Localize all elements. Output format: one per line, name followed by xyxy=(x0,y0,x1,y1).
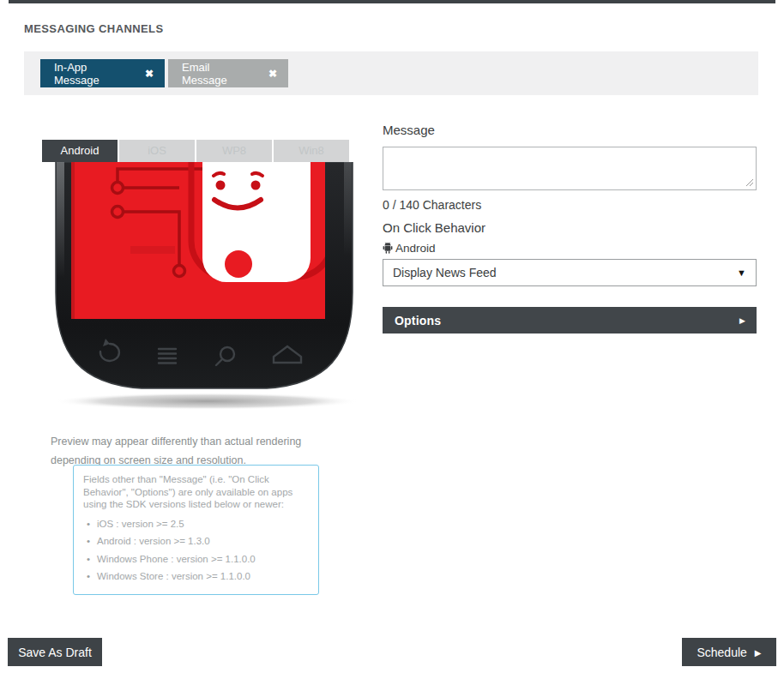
selected-option: Display News Feed xyxy=(393,266,497,279)
message-input-wrap xyxy=(383,147,757,190)
phone-preview-illustration xyxy=(49,162,359,415)
tab-label: Email Message xyxy=(182,61,256,87)
close-icon[interactable]: ✖ xyxy=(145,68,154,80)
message-label: Message xyxy=(383,123,435,137)
options-label: Options xyxy=(395,314,441,327)
schedule-button[interactable]: Schedule ▶ xyxy=(682,638,776,666)
platform-row-android: Android xyxy=(383,241,436,255)
list-item: Windows Phone : version >= 1.1.0.0 xyxy=(97,554,310,565)
message-input[interactable] xyxy=(383,147,757,190)
save-as-draft-label: Save As Draft xyxy=(18,646,92,659)
platform-label: Android xyxy=(395,242,436,255)
device-tab-win8[interactable]: Win8 xyxy=(274,140,349,162)
sdk-note-intro: Fields other than "Message" (i.e. "On Cl… xyxy=(83,474,292,509)
on-click-behavior-select[interactable]: Display News Feed ▼ xyxy=(383,259,757,286)
save-as-draft-button[interactable]: Save As Draft xyxy=(8,638,102,666)
page-title: MESSAGING CHANNELS xyxy=(24,22,164,35)
device-tab-ios[interactable]: iOS xyxy=(119,140,195,162)
schedule-label: Schedule xyxy=(697,646,746,659)
caret-down-icon: ▼ xyxy=(737,267,746,278)
tab-label: In-App Message xyxy=(54,61,133,87)
list-item: Windows Store : version >= 1.1.0.0 xyxy=(97,571,310,582)
device-tab-wp8[interactable]: WP8 xyxy=(196,140,272,162)
device-preview-tabs: Android iOS WP8 Win8 xyxy=(42,140,349,162)
device-tab-android[interactable]: Android xyxy=(42,140,118,162)
sdk-version-note: Fields other than "Message" (i.e. "On Cl… xyxy=(73,465,319,595)
tab-email-message[interactable]: Email Message ✖ xyxy=(168,59,288,87)
android-icon xyxy=(383,242,393,254)
list-item: iOS : version >= 2.5 xyxy=(97,519,310,530)
close-icon[interactable]: ✖ xyxy=(268,68,277,80)
character-counter: 0 / 140 Characters xyxy=(383,198,481,212)
chevron-right-icon: ▶ xyxy=(755,648,762,658)
channel-tab-bar: In-App Message ✖ Email Message ✖ xyxy=(24,51,758,95)
top-border-strip xyxy=(9,0,775,3)
list-item: Android : version >= 1.3.0 xyxy=(97,536,310,547)
preview-caption: Preview may appear differently than actu… xyxy=(51,432,354,470)
chevron-right-icon: ▶ xyxy=(739,316,745,325)
tab-in-app-message[interactable]: In-App Message ✖ xyxy=(40,59,165,87)
on-click-behavior-label: On Click Behavior xyxy=(383,220,485,235)
sdk-version-list: iOS : version >= 2.5 Android : version >… xyxy=(83,519,310,583)
options-expander[interactable]: Options ▶ xyxy=(383,307,757,333)
android-phone-mockup xyxy=(49,162,359,415)
